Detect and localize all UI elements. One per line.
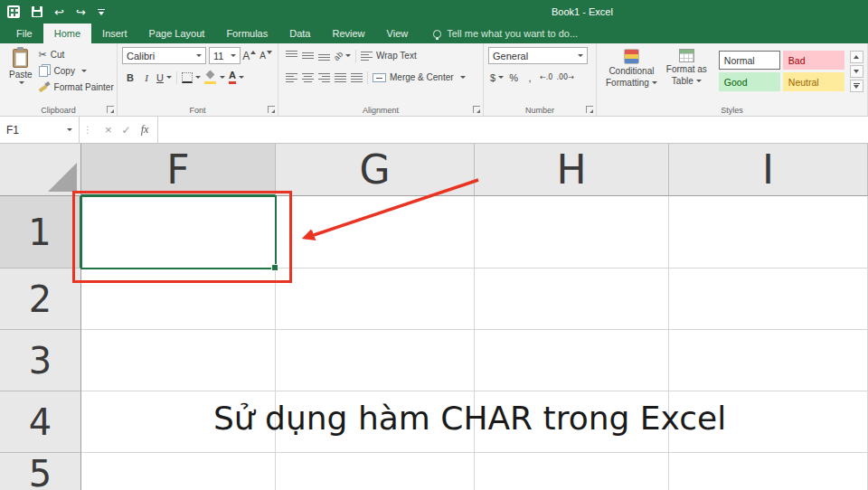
row-header-3[interactable]: 3 bbox=[0, 330, 81, 391]
undo-icon[interactable]: ↩ bbox=[54, 6, 64, 18]
increase-indent-button[interactable] bbox=[348, 69, 364, 86]
column-header-I[interactable]: I bbox=[669, 144, 868, 196]
cell-style-bad[interactable]: Bad bbox=[783, 51, 844, 70]
percent-style-button[interactable]: % bbox=[505, 69, 522, 86]
align-left-button[interactable] bbox=[283, 69, 299, 86]
decrease-indent-button[interactable] bbox=[332, 69, 348, 86]
clipboard-dialog-launcher-icon[interactable] bbox=[107, 106, 114, 113]
merge-center-icon bbox=[373, 73, 386, 82]
orientation-button[interactable]: ab bbox=[332, 47, 353, 64]
cell-H2[interactable] bbox=[475, 269, 669, 330]
insert-function-button[interactable]: fx bbox=[141, 123, 149, 137]
row-header-5[interactable]: 5 bbox=[0, 453, 81, 490]
cell-G5[interactable] bbox=[276, 453, 475, 490]
enter-button[interactable]: ✓ bbox=[122, 124, 131, 137]
number-format-select[interactable]: General bbox=[488, 47, 588, 64]
ribbon-group-clipboard: Paste ✂ Cut Copy Format Paint bbox=[0, 43, 118, 116]
customize-quick-access-icon[interactable] bbox=[98, 9, 105, 15]
align-right-button[interactable] bbox=[316, 69, 332, 86]
cell-style-good[interactable]: Good bbox=[719, 72, 780, 91]
row-header-4[interactable]: 4 bbox=[0, 391, 81, 453]
format-as-table-button[interactable]: Format as Table bbox=[662, 46, 712, 92]
tab-view[interactable]: View bbox=[376, 24, 420, 43]
font-color-button[interactable]: A bbox=[227, 69, 246, 86]
wrap-text-button[interactable]: Wrap Text bbox=[359, 48, 419, 64]
cell-H1[interactable] bbox=[475, 196, 669, 269]
paste-button[interactable]: Paste bbox=[5, 46, 37, 95]
cell-I5[interactable] bbox=[669, 453, 868, 490]
fill-color-button[interactable] bbox=[203, 69, 227, 86]
cell-F2[interactable] bbox=[81, 269, 276, 330]
cell-style-normal[interactable]: Normal bbox=[719, 51, 780, 70]
comma-style-button[interactable]: , bbox=[522, 69, 538, 86]
row-header-1[interactable]: 1 bbox=[0, 196, 81, 269]
formula-bar-splitter[interactable]: ⋮ bbox=[80, 117, 96, 143]
row-header-2[interactable]: 2 bbox=[0, 269, 81, 330]
cell-G2[interactable] bbox=[276, 269, 475, 330]
align-center-button[interactable] bbox=[299, 69, 316, 86]
excel-app-icon bbox=[7, 5, 20, 18]
font-name-select[interactable]: Calibri bbox=[122, 47, 206, 64]
tab-home[interactable]: Home bbox=[43, 24, 91, 43]
cell-G3[interactable] bbox=[276, 330, 475, 391]
tab-review[interactable]: Review bbox=[321, 24, 375, 43]
cell-F3[interactable] bbox=[81, 330, 276, 391]
select-all-button[interactable] bbox=[0, 144, 81, 196]
tab-page-layout[interactable]: Page Layout bbox=[138, 24, 216, 43]
cell-style-neutral[interactable]: Neutral bbox=[783, 72, 844, 91]
underline-button[interactable]: U bbox=[155, 69, 174, 86]
separator bbox=[355, 50, 356, 62]
font-dialog-launcher-icon[interactable] bbox=[268, 106, 275, 113]
cancel-button[interactable]: × bbox=[105, 123, 112, 137]
tab-file[interactable]: File bbox=[5, 24, 43, 43]
chevron-down-icon bbox=[166, 76, 172, 79]
font-size-select[interactable]: 11 bbox=[209, 47, 241, 64]
formula-input[interactable] bbox=[158, 117, 868, 143]
cell-H5[interactable] bbox=[475, 453, 669, 490]
alignment-dialog-launcher-icon[interactable] bbox=[473, 106, 480, 113]
increase-decimal-button[interactable]: ←.0 bbox=[538, 69, 554, 86]
column-header-G[interactable]: G bbox=[276, 144, 475, 196]
cell-I2[interactable] bbox=[669, 269, 868, 330]
arrow-down-icon bbox=[854, 70, 859, 73]
align-middle-button[interactable] bbox=[299, 47, 316, 64]
gallery-more-button[interactable] bbox=[850, 80, 863, 92]
tell-me-box[interactable]: Tell me what you want to do... bbox=[433, 24, 578, 43]
cell-F5[interactable] bbox=[81, 453, 276, 490]
name-box[interactable]: F1 bbox=[0, 117, 80, 143]
save-icon[interactable] bbox=[32, 6, 42, 17]
format-painter-button[interactable]: Format Painter bbox=[37, 79, 116, 95]
align-top-button[interactable] bbox=[283, 47, 299, 64]
decrease-font-size-button[interactable]: A bbox=[258, 47, 274, 64]
tab-formulas[interactable]: Formulas bbox=[215, 24, 278, 43]
tab-data[interactable]: Data bbox=[278, 24, 321, 43]
gallery-scroll-down-button[interactable] bbox=[850, 65, 863, 78]
gallery-scroll-up-button[interactable] bbox=[850, 51, 863, 63]
italic-button[interactable]: I bbox=[138, 69, 155, 86]
selection-box-F1 bbox=[80, 195, 277, 269]
paste-label: Paste bbox=[9, 70, 33, 80]
decrease-decimal-button[interactable]: .00→ bbox=[554, 69, 575, 86]
cut-button[interactable]: ✂ Cut bbox=[37, 46, 116, 62]
copy-button[interactable]: Copy bbox=[37, 62, 116, 79]
column-header-H[interactable]: H bbox=[475, 144, 669, 196]
tab-insert[interactable]: Insert bbox=[91, 24, 138, 43]
bold-button[interactable]: B bbox=[122, 69, 138, 86]
align-bottom-button[interactable] bbox=[316, 47, 332, 64]
borders-button[interactable] bbox=[180, 69, 203, 86]
cell-H3[interactable] bbox=[475, 330, 669, 391]
conditional-formatting-button[interactable]: Conditional Formatting bbox=[601, 46, 662, 92]
chevron-down-icon bbox=[498, 76, 504, 79]
merge-and-center-button[interactable]: Merge & Center bbox=[371, 70, 467, 86]
chevron-down-icon bbox=[195, 76, 201, 79]
accounting-format-button[interactable]: $ bbox=[488, 69, 505, 86]
paste-icon bbox=[13, 49, 28, 68]
cell-I1[interactable] bbox=[669, 196, 868, 269]
increase-font-size-button[interactable]: A bbox=[241, 47, 258, 64]
cell-I3[interactable] bbox=[669, 330, 868, 391]
brush-icon bbox=[39, 81, 51, 93]
column-header-F[interactable]: F bbox=[81, 144, 276, 196]
number-dialog-launcher-icon[interactable] bbox=[586, 106, 593, 113]
cell-G1[interactable] bbox=[276, 196, 475, 269]
redo-icon[interactable]: ↪ bbox=[76, 6, 86, 18]
